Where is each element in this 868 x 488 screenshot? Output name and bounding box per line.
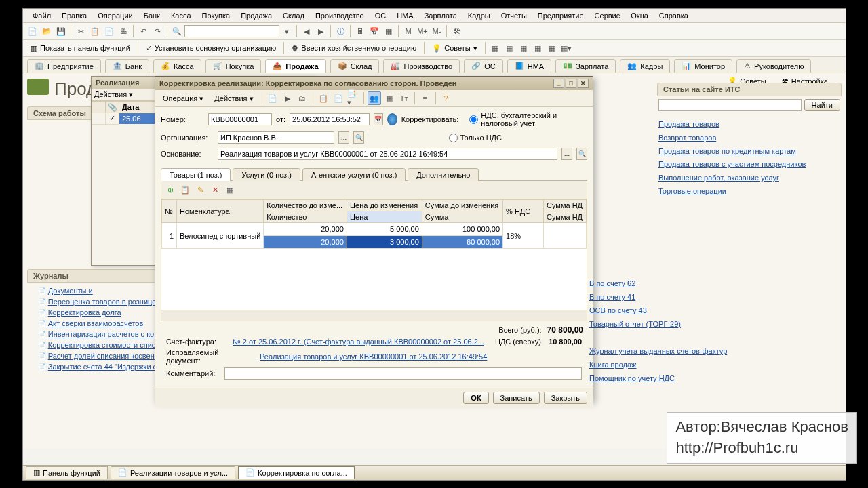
base-search-icon[interactable]: 🔍 — [576, 148, 587, 160]
menu-stock[interactable]: Склад — [277, 10, 310, 21]
base-input[interactable] — [218, 148, 557, 160]
tab-goods[interactable]: Товары (1 поз.) — [161, 168, 231, 181]
its-link[interactable]: Продажа товаров по кредитным картам — [658, 147, 796, 155]
tab-os[interactable]: 🔗 ОС — [464, 59, 503, 73]
comment-input[interactable] — [224, 367, 582, 380]
maximize-icon[interactable]: □ — [566, 79, 576, 88]
m-minus-icon[interactable]: M- — [430, 24, 443, 38]
journal-link[interactable]: Переоценка товаров в рознице — [48, 298, 157, 306]
tab-nma[interactable]: 📘 НМА — [507, 59, 551, 73]
m-icon[interactable]: M — [401, 24, 415, 38]
side-link[interactable]: Помощник по учету НДС — [589, 374, 675, 382]
tbicon-2[interactable]: ▦ — [502, 41, 516, 55]
menu-help[interactable]: Справка — [654, 10, 694, 21]
date-input[interactable] — [290, 113, 370, 125]
tools-icon[interactable]: 🛠 — [450, 24, 463, 38]
info-icon[interactable]: ⓘ — [334, 24, 347, 38]
dtb-icon-9[interactable]: ≡ — [418, 92, 432, 105]
calc-icon[interactable]: 🖩 — [353, 24, 367, 38]
its-link[interactable]: Продажа товаров — [658, 120, 719, 128]
menu-enterprise[interactable]: Предприятие — [532, 10, 589, 21]
minimize-icon[interactable]: _ — [553, 79, 564, 88]
task-correction[interactable]: 📄 Корректировка по согла... — [238, 466, 355, 479]
menu-sale[interactable]: Продажа — [235, 10, 277, 21]
side-link[interactable]: В по счету 62 — [589, 279, 635, 287]
new-icon[interactable]: 📄 — [26, 24, 39, 38]
menu-kassa[interactable]: Касса — [165, 10, 197, 21]
search-input[interactable] — [184, 25, 279, 37]
tab-enterprise[interactable]: 🏢 Предприятие — [27, 59, 101, 73]
org-select-icon[interactable]: … — [338, 131, 349, 144]
side-link[interactable]: ОСВ по счету 43 — [589, 306, 647, 314]
menu-reports[interactable]: Отчеты — [496, 10, 532, 21]
close-icon[interactable]: ✕ — [578, 79, 589, 88]
dropdown-icon[interactable]: ▾ — [280, 24, 294, 38]
copy-row-icon[interactable]: 📋 — [178, 183, 192, 197]
tab-extra[interactable]: Дополнительно — [408, 168, 479, 181]
side-link[interactable]: В по счету 41 — [589, 293, 635, 301]
its-link[interactable]: Выполнение работ, оказание услуг — [658, 174, 779, 182]
tab-purchase[interactable]: 🛒 Покупка — [205, 59, 262, 73]
ok-button[interactable]: ОК — [463, 392, 488, 404]
side-link[interactable]: Товарный отчет (ТОРГ-29) — [589, 320, 681, 328]
nav-back-icon[interactable]: ◀ — [300, 24, 313, 38]
journal-link[interactable]: Закрытие счета 44 "Издержки о — [48, 363, 157, 371]
table-row[interactable]: 1 Велосипед спортивный 20,000 5 000,00 1… — [162, 223, 587, 236]
enter-op-button[interactable]: ⚙Ввести хозяйственную операцию — [287, 42, 421, 55]
base-select-icon[interactable]: … — [561, 148, 572, 160]
horizontal-scrollbar[interactable] — [161, 310, 587, 321]
tab-salary[interactable]: 💵 Зарплата — [555, 59, 616, 73]
edit-row-icon[interactable]: ✎ — [193, 183, 207, 197]
sub-actions[interactable]: Действия ▾ — [94, 90, 133, 99]
menu-file[interactable]: Файл — [27, 10, 56, 21]
tab-manager[interactable]: ⚠ Руководителю — [736, 59, 811, 73]
journal-link[interactable]: Корректировка стоимости спис — [48, 341, 156, 349]
tab-services[interactable]: Услуги (0 поз.) — [233, 168, 300, 181]
menu-os[interactable]: ОС — [370, 10, 392, 21]
paste-icon[interactable]: 📄 — [102, 24, 116, 38]
advice-button[interactable]: 💡Советы ▾ — [427, 42, 481, 55]
redo-icon[interactable]: ↷ — [151, 24, 164, 38]
radio-vat-only[interactable]: Только НДС — [449, 134, 502, 142]
its-link[interactable]: Торговые операции — [658, 187, 726, 195]
menu-bank[interactable]: Банк — [138, 10, 165, 21]
tab-monitor[interactable]: 📊 Монитор — [674, 59, 732, 73]
show-panel-button[interactable]: ▥Показать панель функций — [26, 42, 135, 55]
menu-nma[interactable]: НМА — [391, 10, 418, 21]
journal-link[interactable]: Корректировка долга — [48, 308, 121, 317]
its-link[interactable]: Продажа товаров с участием посредников — [658, 160, 806, 168]
more-row-icon[interactable]: ▦ — [223, 183, 237, 197]
tab-kassa[interactable]: 💰 Касса — [153, 59, 201, 73]
save-icon[interactable]: 💾 — [54, 24, 68, 38]
copy-icon[interactable]: 📋 — [88, 24, 102, 38]
dtb-icon-active[interactable]: 👥 — [368, 92, 381, 105]
tab-bank[interactable]: 🏦 Банк — [105, 59, 149, 73]
menu-service[interactable]: Сервис — [589, 10, 626, 21]
print-icon[interactable]: 🖶 — [117, 24, 130, 38]
nav-fwd-icon[interactable]: ▶ — [314, 24, 328, 38]
dtb-icon-6[interactable]: 📑▾ — [347, 92, 360, 105]
its-link[interactable]: Возврат товаров — [658, 134, 716, 142]
m-plus-icon[interactable]: M+ — [416, 24, 429, 38]
dtb-icon-4[interactable]: 📋 — [317, 92, 330, 105]
write-button[interactable]: Записать — [493, 392, 540, 404]
dtb-icon-7[interactable]: ▦ — [382, 92, 396, 105]
operation-dropdown[interactable]: Операция ▾ — [158, 93, 208, 104]
delete-row-icon[interactable]: ✕ — [208, 183, 222, 197]
help-icon[interactable]: ? — [439, 92, 453, 105]
side-link[interactable]: Книга продаж — [589, 361, 636, 369]
tbicon-3[interactable]: ▦ — [517, 41, 530, 55]
tab-stock[interactable]: 📦 Склад — [330, 59, 380, 73]
tbicon-1[interactable]: ▦ — [488, 41, 502, 55]
dtb-icon-5[interactable]: 📄 — [332, 92, 345, 105]
calendar-picker-icon[interactable]: 📅 — [374, 113, 383, 125]
org-search-icon[interactable]: 🔍 — [353, 131, 364, 144]
journal-link[interactable]: Документы и — [48, 287, 93, 295]
tbicon-6[interactable]: ▦▾ — [559, 41, 573, 55]
set-org-button[interactable]: ✓Установить основную организацию — [141, 42, 281, 55]
side-link[interactable]: Журнал учета выданных счетов-фактур — [589, 347, 727, 355]
tab-agent[interactable]: Агентские услуги (0 поз.) — [302, 168, 406, 181]
cut-icon[interactable]: ✂ — [74, 24, 87, 38]
open-icon[interactable]: 📂 — [40, 24, 54, 38]
menu-operations[interactable]: Операции — [92, 10, 138, 21]
